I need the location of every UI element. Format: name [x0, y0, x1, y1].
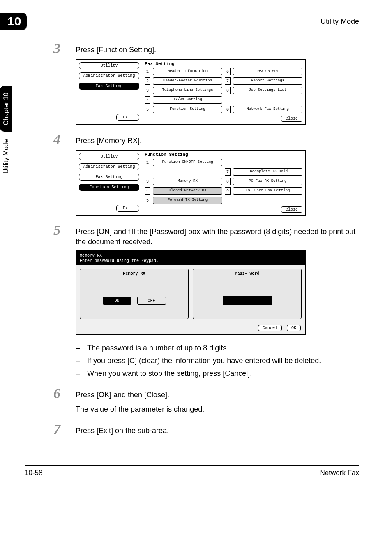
opt-network-fax-setting[interactable]: Network Fax Setting: [233, 106, 302, 113]
opt-header-footer-position[interactable]: Header/Footer Position: [153, 77, 222, 85]
opt-num-4: 4: [145, 187, 150, 195]
step-3-number: 3: [53, 42, 76, 56]
ok-button[interactable]: OK: [287, 325, 301, 331]
breadcrumb-utility[interactable]: Utility: [79, 153, 139, 160]
opt-header-information[interactable]: Header Information: [153, 68, 222, 75]
opt-num-2: 2: [145, 77, 150, 85]
opt-num-5: 5: [145, 106, 150, 113]
cancel-button[interactable]: Cancel: [258, 325, 282, 331]
step-4-number: 4: [53, 132, 76, 146]
header-section-title: Utility Mode: [321, 17, 359, 26]
panel-title: Fax Setting: [145, 61, 302, 66]
off-button[interactable]: OFF: [137, 297, 166, 305]
opt-num-7: 7: [225, 77, 231, 85]
opt-num-4: 4: [145, 96, 150, 104]
breadcrumb-utility[interactable]: Utility: [79, 62, 139, 69]
panel-dark-header: Memory RX Enter password using the keypa…: [76, 251, 305, 265]
side-tab-title: Utility Mode: [0, 132, 12, 181]
footer-page-number: 10-58: [25, 469, 42, 477]
opt-forward-tx-setting[interactable]: Forward TX Setting: [153, 197, 222, 204]
step-5-text: Press [ON] and fill the [Password] box w…: [76, 223, 359, 247]
opt-incomplete-tx-hold[interactable]: Incomplete TX Hold: [233, 168, 302, 176]
opt-tx-rx-setting[interactable]: TX/RX Setting: [153, 96, 222, 104]
opt-num-7: 7: [225, 168, 231, 176]
on-button[interactable]: ON: [103, 297, 131, 305]
opt-num-8: 8: [225, 87, 231, 94]
breadcrumb-fax-setting[interactable]: Fax Setting: [79, 83, 139, 90]
breadcrumb-admin-setting[interactable]: Administrator Setting: [79, 163, 139, 170]
step-6-number: 6: [53, 387, 76, 401]
header-divider: [25, 33, 359, 33]
breadcrumb-function-setting[interactable]: Function Setting: [79, 184, 139, 191]
chapter-number-tab: 10: [0, 13, 27, 30]
step-6-text: Press [OK] and then [Close].: [76, 387, 169, 400]
opt-num-1: 1: [145, 159, 150, 166]
step-7: 7 Press [Exit] on the sub-area.: [53, 422, 359, 436]
step-7-text: Press [Exit] on the sub-area.: [76, 422, 169, 436]
step-5: 5 Press [ON] and fill the [Password] box…: [53, 223, 359, 247]
opt-num-6: 6: [225, 68, 231, 75]
fax-setting-panel: Utility Administrator Setting Fax Settin…: [76, 59, 306, 125]
password-box: Pass- word: [193, 269, 302, 319]
step-5-bullets: –The password is a number of up to 8 dig…: [76, 343, 359, 379]
breadcrumb-admin-setting[interactable]: Administrator Setting: [79, 72, 139, 79]
opt-num-3: 3: [145, 87, 150, 94]
opt-closed-network-rx[interactable]: Closed Network RX: [153, 187, 222, 195]
footer-section: Network Fax: [320, 469, 359, 477]
password-input[interactable]: [223, 296, 272, 305]
password-label: Pass- word: [196, 271, 299, 276]
opt-num-3: 3: [145, 178, 150, 185]
opt-telephone-line-settings[interactable]: Telephone Line Settings: [153, 87, 222, 94]
bullet-1: The password is a number of up to 8 digi…: [87, 343, 228, 354]
opt-memory-rx[interactable]: Memory RX: [153, 178, 222, 185]
opt-num-8: 8: [225, 178, 231, 185]
memory-rx-panel: Memory RX Enter password using the keypa…: [76, 250, 306, 335]
panel-title: Function Setting: [145, 152, 302, 157]
memory-rx-box: Memory RX ON OFF: [80, 269, 189, 319]
page-footer: 10-58 Network Fax: [25, 465, 359, 477]
opt-job-settings-list[interactable]: Job Settings List: [233, 87, 302, 94]
bullet-2: If you press [C] (clear) the information…: [87, 355, 321, 366]
exit-button[interactable]: Exit: [116, 205, 139, 212]
memory-rx-title: Memory RX: [80, 253, 302, 258]
opt-tsi-user-box-setting[interactable]: TSI User Box Setting: [233, 187, 302, 195]
step-6-sub: The value of the parameter is changed.: [76, 404, 359, 415]
close-button[interactable]: Close: [281, 206, 302, 213]
opt-pbx-cn-set[interactable]: PBX CN Set: [233, 68, 302, 75]
opt-num-0: 0: [225, 106, 231, 113]
bullet-3: When you want to stop the setting, press…: [87, 368, 252, 379]
opt-num-5: 5: [145, 197, 150, 204]
breadcrumb-fax-setting[interactable]: Fax Setting: [79, 174, 139, 181]
step-4-text: Press [Memory RX].: [76, 132, 142, 146]
opt-report-settings[interactable]: Report Settings: [233, 77, 302, 85]
step-3: 3 Press [Function Setting].: [53, 42, 359, 56]
exit-button[interactable]: Exit: [116, 114, 139, 121]
close-button[interactable]: Close: [281, 116, 302, 122]
step-7-number: 7: [53, 422, 76, 436]
opt-function-setting[interactable]: Function Setting: [153, 106, 222, 113]
opt-num-9: 9: [225, 187, 231, 195]
opt-function-on-off[interactable]: Function ON/OFF Setting: [153, 159, 222, 166]
opt-pc-fax-rx-setting[interactable]: PC-Fax RX Setting: [233, 178, 302, 185]
side-tab: Utility Mode Chapter 10: [0, 86, 12, 181]
side-tab-chapter: Chapter 10: [0, 86, 12, 132]
opt-num-1: 1: [145, 68, 150, 75]
step-5-number: 5: [53, 223, 76, 237]
memory-rx-subtitle: Enter password using the keypad.: [80, 258, 302, 264]
page-header: 10 Utility Mode: [25, 12, 359, 31]
step-4: 4 Press [Memory RX].: [53, 132, 359, 146]
function-setting-panel: Utility Administrator Setting Fax Settin…: [76, 150, 306, 216]
step-6: 6 Press [OK] and then [Close].: [53, 387, 359, 401]
step-3-text: Press [Function Setting].: [76, 42, 156, 55]
memory-rx-label: Memory RX: [83, 271, 186, 276]
